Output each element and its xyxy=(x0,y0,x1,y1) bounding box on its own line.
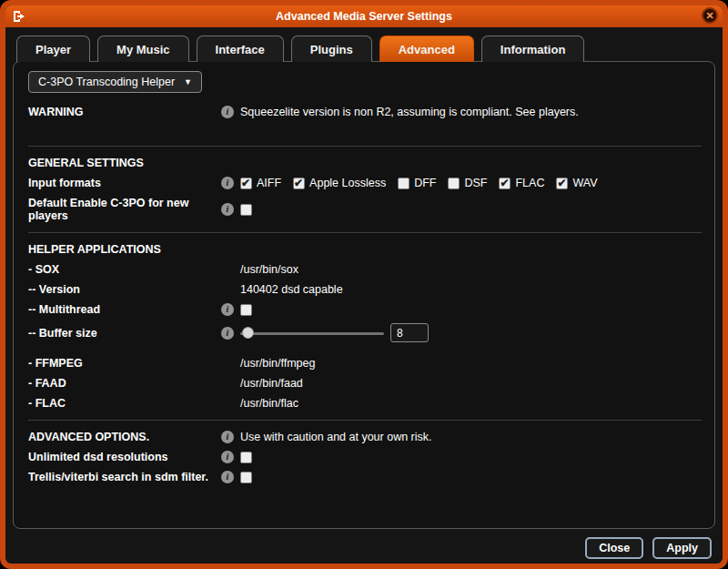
sox-label: - SOX xyxy=(28,263,221,276)
ffmpeg-label: - FFMPEG xyxy=(28,357,221,370)
checkbox-label-apple-lossless: Apple Lossless xyxy=(309,177,386,189)
dropdown-label: C-3PO Transcoding Helper xyxy=(38,76,175,88)
general-settings-heading: GENERAL SETTINGS xyxy=(28,157,221,169)
sox-row: - SOX /usr/bin/sox xyxy=(28,259,702,279)
unlimited-dsd-label: Unlimited dsd resolutions xyxy=(28,451,221,463)
flac-path: /usr/bin/flac xyxy=(240,397,298,410)
checkbox-trellis-viterbi[interactable] xyxy=(240,472,252,483)
slider-handle[interactable] xyxy=(242,327,254,339)
multithread-label: -- Multithread xyxy=(28,303,221,316)
checkbox-aiff[interactable] xyxy=(240,178,252,189)
tab-information[interactable]: Information xyxy=(481,36,585,62)
sox-version-label: -- Version xyxy=(28,283,221,296)
faad-row: - FAAD /usr/bin/faad xyxy=(28,373,702,393)
checkbox-flac[interactable] xyxy=(499,178,511,189)
input-formats-row: Input formats i AIFF Apple Lossless DFF xyxy=(28,173,702,193)
flac-row: - FLAC /usr/bin/flac xyxy=(28,393,702,413)
tab-advanced[interactable]: Advanced xyxy=(379,36,474,62)
warning-label: WARNING xyxy=(28,106,221,118)
trellis-viterbi-row: Trellis/viterbi search in sdm filter. i xyxy=(28,467,702,487)
close-button[interactable]: Close xyxy=(585,537,643,559)
default-enable-label: Default Enable C-3PO for new players xyxy=(28,197,221,222)
trellis-viterbi-label: Trellis/viterbi search in sdm filter. xyxy=(28,471,221,483)
default-enable-row: Default Enable C-3PO for new players i xyxy=(28,193,702,226)
info-icon[interactable]: i xyxy=(221,177,234,189)
buffer-size-label: -- Buffer size xyxy=(28,327,221,340)
checkbox-dsf[interactable] xyxy=(448,178,460,189)
format-option-dff: DFF xyxy=(398,177,436,189)
flac-label: - FLAC xyxy=(28,397,221,410)
tab-interface[interactable]: Interface xyxy=(197,36,284,62)
buffer-size-input[interactable] xyxy=(390,323,429,342)
close-icon[interactable]: ✕ xyxy=(702,7,718,24)
faad-path: /usr/bin/faad xyxy=(240,377,303,390)
warning-text: Squeezelite version is non R2, assuming … xyxy=(240,106,579,118)
settings-panel: C-3PO Transcoding Helper ▼ WARNING i Squ… xyxy=(13,61,715,529)
info-icon[interactable]: i xyxy=(221,303,234,316)
multithread-row: -- Multithread i xyxy=(28,300,702,320)
checkbox-label-aiff: AIFF xyxy=(257,177,281,189)
window-title: Advanced Media Server Settings xyxy=(5,10,723,23)
checkbox-label-dff: DFF xyxy=(414,177,436,189)
checkbox-apple-lossless[interactable] xyxy=(293,178,305,189)
sox-version-row: -- Version 140402 dsd capable xyxy=(28,279,702,300)
ffmpeg-row: - FFMPEG /usr/bin/ffmpeg xyxy=(28,353,702,373)
info-icon[interactable]: i xyxy=(221,327,234,340)
format-option-wav: WAV xyxy=(556,177,597,189)
info-icon[interactable]: i xyxy=(221,106,234,118)
dialog-window: Advanced Media Server Settings ✕ Player … xyxy=(0,0,728,569)
info-icon[interactable]: i xyxy=(221,471,234,483)
unlimited-dsd-row: Unlimited dsd resolutions i xyxy=(28,447,702,467)
footer: Close Apply xyxy=(5,529,723,564)
info-icon[interactable]: i xyxy=(221,451,234,463)
section-divider xyxy=(28,146,702,147)
checkbox-wav[interactable] xyxy=(556,178,568,189)
titlebar: Advanced Media Server Settings ✕ xyxy=(5,5,723,27)
slider-track[interactable] xyxy=(240,332,384,335)
format-option-dsf: DSF xyxy=(448,177,487,189)
buffer-size-row: -- Buffer size i xyxy=(28,320,702,346)
tab-bar: Player My Music Interface Plugins Advanc… xyxy=(16,36,712,62)
checkbox-multithread[interactable] xyxy=(240,304,252,316)
chevron-down-icon: ▼ xyxy=(184,77,192,86)
section-divider xyxy=(28,420,702,421)
sox-version-value: 140402 dsd capable xyxy=(240,283,343,296)
section-divider xyxy=(28,232,702,233)
input-formats-label: Input formats xyxy=(28,177,221,189)
tab-player[interactable]: Player xyxy=(16,36,90,62)
helper-applications-heading: HELPER APPLICATIONS xyxy=(28,243,221,256)
sox-path: /usr/bin/sox xyxy=(240,263,298,276)
tab-my-music[interactable]: My Music xyxy=(97,36,189,62)
checkbox-label-flac: FLAC xyxy=(515,177,544,189)
info-icon[interactable]: i xyxy=(221,203,234,216)
checkbox-default-enable[interactable] xyxy=(240,204,252,216)
tab-plugins[interactable]: Plugins xyxy=(291,36,372,62)
export-icon-glyph xyxy=(12,10,26,23)
checkbox-unlimited-dsd[interactable] xyxy=(240,452,252,463)
format-option-flac: FLAC xyxy=(499,177,544,189)
format-option-apple-lossless: Apple Lossless xyxy=(293,177,386,189)
checkbox-label-wav: WAV xyxy=(572,177,597,189)
format-option-aiff: AIFF xyxy=(240,177,281,189)
advanced-options-text: Use with caution and at your own risk. xyxy=(240,431,432,443)
helper-applications-heading-row: HELPER APPLICATIONS xyxy=(28,239,702,259)
info-icon[interactable]: i xyxy=(221,431,234,443)
transcoding-helper-dropdown[interactable]: C-3PO Transcoding Helper ▼ xyxy=(28,71,202,93)
faad-label: - FAAD xyxy=(28,377,221,390)
advanced-options-row: ADVANCED OPTIONS. i Use with caution and… xyxy=(28,427,702,447)
apply-button[interactable]: Apply xyxy=(652,537,712,559)
export-icon[interactable] xyxy=(11,9,27,24)
checkbox-label-dsf: DSF xyxy=(464,177,487,189)
checkbox-dff[interactable] xyxy=(398,178,410,189)
ffmpeg-path: /usr/bin/ffmpeg xyxy=(240,357,315,370)
advanced-options-heading: ADVANCED OPTIONS. xyxy=(28,431,221,443)
warning-row: WARNING i Squeezelite version is non R2,… xyxy=(28,102,702,122)
general-settings-heading-row: GENERAL SETTINGS xyxy=(28,153,702,173)
buffer-size-slider[interactable] xyxy=(240,327,384,340)
